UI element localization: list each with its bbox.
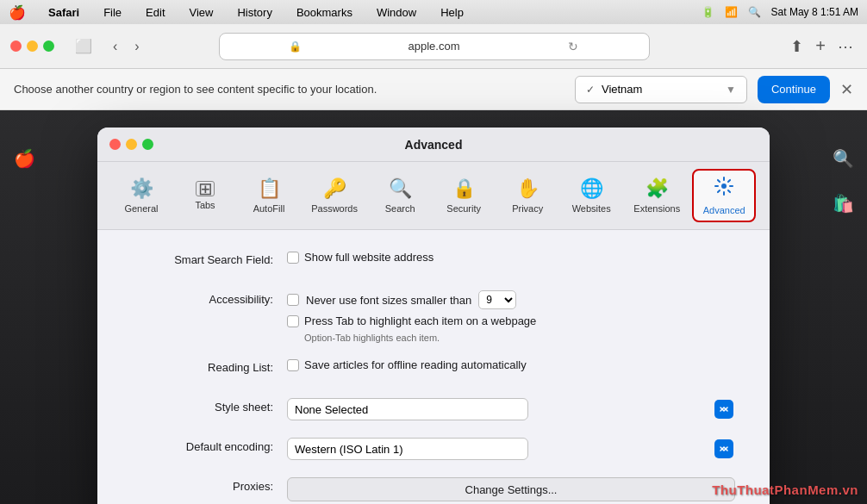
refresh-icon[interactable]: ↻	[506, 40, 639, 53]
menubar-help[interactable]: Help	[435, 4, 469, 21]
save-articles-checkbox[interactable]	[287, 359, 299, 371]
menubar-bookmarks[interactable]: Bookmarks	[291, 4, 358, 21]
lock-icon: 🔒	[228, 40, 362, 53]
nav-buttons: ‹ ›	[106, 35, 147, 58]
menubar-file[interactable]: File	[98, 4, 127, 21]
menubar-safari[interactable]: Safari	[43, 4, 84, 21]
tab-search[interactable]: 🔍 Search	[370, 172, 430, 219]
new-tab-button[interactable]: +	[812, 33, 829, 59]
tab-security[interactable]: 🔒 Security	[434, 172, 494, 219]
extensions-button[interactable]: ⋯	[834, 33, 857, 59]
tabs-tab-icon: ⊞	[196, 181, 215, 196]
default-encoding-label: Default encoding:	[132, 438, 287, 453]
checkmark-icon: ✓	[586, 84, 595, 96]
menubar-datetime: Sat May 8 1:51 AM	[771, 6, 858, 18]
style-sheet-control: None Selected	[287, 398, 735, 420]
notif-text: Choose another country or region to see …	[14, 83, 564, 96]
toolbar-right-buttons: ⬆ + ⋯	[787, 33, 857, 59]
browser-toolbar: ⬜ ‹ › 🔒 apple.com ↻ ⬆ + ⋯	[0, 24, 867, 69]
tab-privacy-label: Privacy	[512, 203, 543, 214]
sidebar-toggle-button[interactable]: ⬜	[68, 34, 99, 58]
tab-websites[interactable]: 🌐 Websites	[561, 172, 621, 219]
continue-button[interactable]: Continue	[758, 76, 830, 103]
proxies-control: Change Settings...	[287, 477, 735, 501]
default-encoding-select-wrap: Western (ISO Latin 1)	[287, 438, 735, 460]
change-settings-button[interactable]: Change Settings...	[287, 477, 735, 501]
style-sheet-row: Style sheet: None Selected	[132, 398, 735, 422]
apple-logo-icon[interactable]: 🍎	[10, 145, 38, 172]
search-sidebar-icon[interactable]: 🔍	[829, 145, 857, 172]
menubar-battery-icon: 🔋	[702, 6, 714, 18]
default-encoding-control: Western (ISO Latin 1)	[287, 438, 735, 460]
tab-general-label: General	[124, 203, 158, 214]
tab-autofill-label: AutoFill	[253, 203, 285, 214]
minimize-button[interactable]	[27, 40, 38, 52]
save-articles-label: Save articles for offline reading automa…	[304, 358, 527, 371]
option-tab-hint: Option-Tab highlights each item.	[304, 333, 735, 343]
tab-privacy[interactable]: ✋ Privacy	[497, 172, 558, 219]
modal-close-button[interactable]	[109, 139, 121, 150]
never-use-font-label: Never use font sizes smaller than	[306, 294, 471, 307]
tab-security-label: Security	[446, 203, 481, 214]
country-dropdown[interactable]: ✓ Vietnam ▼	[575, 76, 747, 103]
settings-content: Smart Search Field: Show full website ad…	[97, 230, 770, 504]
default-encoding-select[interactable]: Western (ISO Latin 1)	[287, 438, 528, 460]
tab-passwords[interactable]: 🔑 Passwords	[303, 172, 366, 219]
close-button[interactable]	[10, 40, 22, 52]
bag-icon[interactable]: 🛍️	[829, 190, 857, 217]
reading-list-row: Reading List: Save articles for offline …	[132, 358, 735, 383]
style-sheet-arrow-icon	[714, 400, 733, 419]
notif-close-button[interactable]: ✕	[840, 80, 853, 99]
tab-tabs-label: Tabs	[195, 200, 215, 210]
sidebar-left: 🍎	[10, 128, 38, 172]
address-text: apple.com	[367, 40, 501, 53]
tab-websites-label: Websites	[572, 203, 611, 214]
default-encoding-row: Default encoding: Western (ISO Latin 1)	[132, 438, 735, 462]
modal-maximize-button[interactable]	[142, 139, 153, 150]
tab-extensions-label: Extensions	[633, 203, 680, 214]
tab-autofill[interactable]: 📋 AutoFill	[239, 172, 299, 219]
back-button[interactable]: ‹	[106, 35, 124, 58]
menubar-history[interactable]: History	[232, 4, 277, 21]
websites-tab-icon: 🌐	[580, 177, 603, 200]
maximize-button[interactable]	[43, 40, 54, 52]
menubar-view[interactable]: View	[184, 4, 219, 21]
search-tab-icon: 🔍	[389, 177, 412, 200]
menubar: 🍎 Safari File Edit View History Bookmark…	[0, 0, 867, 24]
menubar-window[interactable]: Window	[371, 4, 421, 21]
share-button[interactable]: ⬆	[787, 33, 807, 59]
smart-search-control: Show full website address	[287, 251, 735, 264]
smart-search-row: Smart Search Field: Show full website ad…	[132, 251, 735, 275]
style-sheet-select[interactable]: None Selected	[287, 398, 528, 420]
security-tab-icon: 🔒	[452, 177, 476, 200]
menubar-edit[interactable]: Edit	[140, 4, 170, 21]
modal-minimize-button[interactable]	[126, 139, 137, 150]
proxies-label: Proxies:	[132, 477, 287, 493]
tab-general[interactable]: ⚙️ General	[111, 172, 172, 219]
press-tab-checkbox[interactable]	[287, 315, 299, 327]
apple-menu-icon[interactable]: 🍎	[9, 4, 26, 21]
show-full-address-label: Show full website address	[304, 251, 434, 264]
font-size-row: Never use font sizes smaller than 9 10 1…	[287, 290, 735, 309]
modal-titlebar: Advanced	[97, 128, 770, 162]
tab-advanced[interactable]: Advanced	[692, 169, 756, 222]
style-sheet-select-wrap: None Selected	[287, 398, 735, 420]
accessibility-row: Accessibility: Never use font sizes smal…	[132, 290, 735, 343]
show-full-address-checkbox[interactable]	[287, 252, 299, 264]
settings-tabs: ⚙️ General ⊞ Tabs 📋 AutoFill 🔑 Passwords…	[97, 162, 770, 230]
save-articles-wrap: Save articles for offline reading automa…	[287, 358, 735, 371]
proxies-row: Proxies: Change Settings...	[132, 477, 735, 501]
address-bar[interactable]: 🔒 apple.com ↻	[219, 33, 650, 60]
forward-button[interactable]: ›	[128, 35, 146, 58]
tab-extensions[interactable]: 🧩 Extensions	[625, 172, 689, 219]
notification-bar: Choose another country or region to see …	[0, 69, 867, 110]
tab-tabs[interactable]: ⊞ Tabs	[175, 176, 235, 215]
font-size-select[interactable]: 9 10 12 14	[478, 290, 516, 309]
general-tab-icon: ⚙️	[130, 177, 153, 200]
never-use-font-checkbox[interactable]	[287, 294, 299, 306]
modal-title: Advanced	[405, 138, 463, 152]
reading-list-control: Save articles for offline reading automa…	[287, 358, 735, 371]
accessibility-label: Accessibility:	[132, 290, 287, 306]
show-full-address-wrap: Show full website address	[287, 251, 735, 264]
menubar-search-icon[interactable]: 🔍	[748, 6, 761, 18]
